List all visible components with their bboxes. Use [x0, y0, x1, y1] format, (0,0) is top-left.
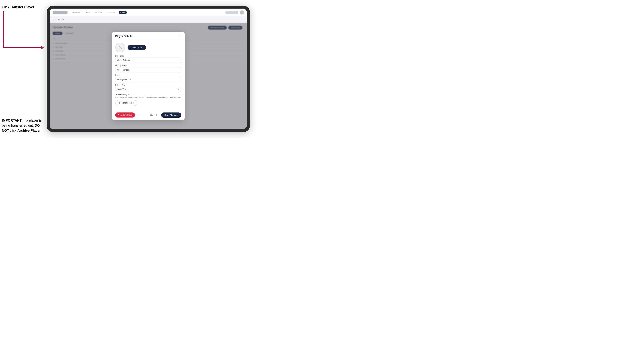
transfer-description: If this player has moved to another scho… [115, 96, 181, 99]
nav-roster[interactable]: Roster [119, 11, 127, 14]
cancel-button[interactable]: Cancel [148, 113, 159, 118]
player-details-modal: Player Details × [112, 32, 185, 120]
save-changes-button[interactable]: Save Changes [161, 113, 181, 118]
sub-header: Scorecard (11) [50, 16, 247, 23]
annotation-horizontal-line [3, 47, 42, 48]
display-name-group: Display Name [115, 65, 181, 72]
email-input[interactable] [115, 77, 181, 82]
modal-footer: ⚑ Archive Player Cancel Save Changes [112, 111, 185, 120]
modal-body: Upload Photo Full Name Display Name [112, 40, 185, 111]
school-year-label: School Year [115, 84, 181, 86]
nav-more-info[interactable]: More Info [106, 11, 116, 14]
sub-header-text: Scorecard (11) [52, 19, 64, 20]
transfer-btn-label: Transfer Player [122, 102, 134, 104]
archive-icon: ⚑ [118, 114, 120, 116]
app-bar: Dashboard Team Schedule More Info Roster [50, 8, 247, 16]
instruction-prefix: Click [2, 5, 10, 9]
modal-header: Player Details × [112, 32, 185, 40]
transfer-section: Transfer Player If this player has moved… [115, 94, 181, 106]
archive-player-button[interactable]: ⚑ Archive Player [115, 113, 135, 118]
app-bar-avatar [240, 10, 244, 14]
tablet-screen: Dashboard Team Schedule More Info Roster… [50, 8, 247, 129]
modal-overlay: Player Details × [50, 23, 247, 129]
instruction-rest2: click [9, 129, 17, 132]
photo-upload-row: Upload Photo [115, 43, 181, 52]
archive-label-ref: Archive Player [17, 129, 41, 132]
important-label: IMPORTANT [2, 119, 22, 122]
email-group: Email [115, 74, 181, 82]
transfer-icon: ⟳ [118, 102, 120, 104]
full-name-group: Full Name [115, 55, 181, 63]
transfer-player-button[interactable]: ⟳ Transfer Player [115, 100, 137, 106]
archive-btn-label: Archive Player [120, 114, 132, 116]
nav-dashboard[interactable]: Dashboard [70, 11, 81, 14]
upload-photo-button[interactable]: Upload Photo [128, 45, 146, 50]
email-label: Email [115, 74, 181, 76]
display-name-input[interactable] [115, 67, 181, 72]
app-bar-right [225, 10, 244, 14]
nav-schedule[interactable]: Schedule [94, 11, 104, 14]
app-logo [52, 11, 68, 14]
display-name-label: Display Name [115, 65, 181, 67]
modal-close-button[interactable]: × [178, 34, 181, 38]
annotation-vertical-line [3, 11, 4, 48]
svg-point-0 [119, 46, 121, 47]
transfer-label: Transfer Player [115, 94, 181, 96]
tablet-frame: Dashboard Team Schedule More Info Roster… [47, 5, 250, 132]
school-year-select[interactable]: First Year Second Year Third Year Fourth… [115, 87, 181, 92]
full-name-label: Full Name [115, 55, 181, 57]
modal-title: Player Details [115, 35, 132, 38]
full-name-input[interactable] [115, 58, 181, 63]
school-year-group: School Year First Year Second Year Third… [115, 84, 181, 92]
avatar-preview [115, 43, 125, 52]
instruction-bottom: IMPORTANT: If a player is being transfer… [2, 118, 45, 133]
main-content: Update Roster Active Archived Add Player… [50, 23, 247, 129]
instruction-bold: Transfer Player [10, 5, 34, 9]
nav-team[interactable]: Team [84, 11, 91, 14]
app-bar-right-btn [225, 11, 238, 14]
instruction-top: Click Transfer Player [2, 5, 34, 9]
annotation-arrow [42, 46, 44, 49]
